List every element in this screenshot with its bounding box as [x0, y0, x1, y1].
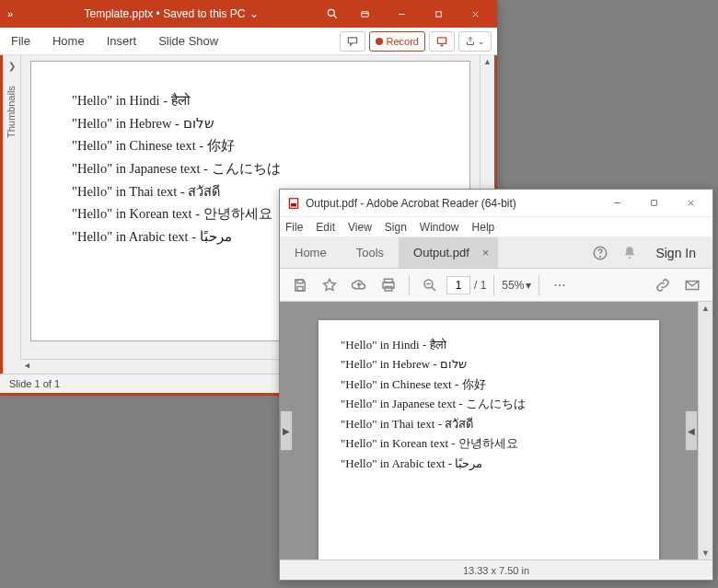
pdf-line: "Hello" in Thai text - สวัสดี — [341, 414, 637, 433]
pdf-line: "Hello" in Hindi - हैलो — [341, 335, 637, 354]
slide-line: "Hello" in Hindi - हैलो — [72, 89, 429, 112]
tab-home-pdf[interactable]: Home — [280, 237, 342, 268]
pdf-line: "Hello" in Chinese text - 你好 — [341, 375, 637, 394]
ppt-ribbon: File Home Insert Slide Show Record ⌄ — [0, 28, 497, 55]
svg-rect-28 — [297, 280, 303, 283]
link-share-icon[interactable] — [650, 272, 676, 298]
tab-file[interactable]: File — [0, 28, 41, 54]
comments-button[interactable] — [340, 31, 365, 52]
maximize-icon[interactable] — [420, 1, 457, 27]
slide-indicator: Slide 1 of 1 — [9, 378, 60, 389]
tab-home[interactable]: Home — [41, 28, 96, 54]
pdf-line: "Hello" in Japanese text - こんにちは — [341, 394, 637, 413]
page-total: / 1 — [474, 279, 486, 292]
svg-point-37 — [559, 283, 561, 285]
svg-point-27 — [600, 256, 601, 257]
more-icon[interactable] — [547, 272, 573, 298]
svg-rect-21 — [291, 203, 296, 207]
cloud-upload-icon[interactable] — [346, 272, 372, 298]
bell-icon[interactable] — [619, 242, 641, 264]
window-title: Template.pptx • Saved to this PC ⌄ — [85, 7, 259, 20]
tab-tools[interactable]: Tools — [342, 237, 399, 268]
pdf-line: "Hello" in Korean text - 안녕하세요 — [341, 433, 637, 453]
email-icon[interactable] — [679, 272, 705, 298]
record-button[interactable]: Record — [369, 31, 425, 52]
tab-insert[interactable]: Insert — [96, 28, 148, 54]
pdf-tabs: Home Tools Output.pdf × Sign In — [280, 237, 712, 269]
svg-rect-23 — [651, 201, 656, 206]
present-button[interactable] — [429, 31, 455, 52]
star-icon[interactable] — [317, 272, 342, 298]
menu-sign[interactable]: Sign — [385, 221, 407, 234]
pdf-menubar: File Edit View Sign Window Help — [280, 217, 712, 237]
help-icon[interactable] — [589, 242, 611, 264]
signin-button[interactable]: Sign In — [648, 246, 703, 260]
adobe-reader-window: Output.pdf - Adobe Acrobat Reader (64-bi… — [279, 189, 713, 581]
zoom-chevron-icon: ▾ — [526, 279, 531, 292]
ribbon-mode-icon[interactable] — [346, 1, 383, 27]
slide-line: "Hello" in Chinese text - 你好 — [72, 134, 429, 157]
zoom-out-icon[interactable] — [417, 272, 443, 298]
search-icon[interactable] — [318, 1, 346, 27]
pdf-title-text: Output.pdf - Adobe Acrobat Reader (64-bi… — [306, 197, 516, 210]
close-icon[interactable] — [457, 1, 493, 27]
menu-window[interactable]: Window — [420, 221, 459, 234]
pdf-file-icon — [287, 197, 300, 210]
save-icon[interactable] — [287, 272, 313, 298]
pdf-line: "Hello" in Hebrew - שלום — [341, 354, 637, 374]
page-dimensions: 13.33 x 7.50 in — [463, 565, 529, 576]
svg-line-1 — [333, 15, 336, 17]
record-label: Record — [387, 36, 419, 47]
pdf-page[interactable]: "Hello" in Hindi - हैलो "Hello" in Hebre… — [318, 320, 659, 559]
pdf-minimize-icon[interactable] — [598, 190, 635, 216]
close-tab-icon[interactable]: × — [482, 246, 490, 259]
pdf-line: "Hello" in Arabic text - مرحبًا — [341, 454, 637, 473]
menu-file[interactable]: File — [285, 221, 303, 234]
ppt-titlebar: » Template.pptx • Saved to this PC ⌄ — [0, 0, 497, 28]
title-text: Template.pptx • Saved to this PC — [85, 7, 246, 20]
pdf-toolbar: / 1 55% ▾ — [280, 269, 712, 302]
slide-line: "Hello" in Japanese text - こんにちは — [72, 157, 429, 180]
quick-access-chevron-icon[interactable]: » — [7, 8, 13, 19]
pdf-close-icon[interactable] — [672, 190, 709, 216]
menu-view[interactable]: View — [348, 221, 372, 234]
pdf-statusbar: 13.33 x 7.50 in — [280, 559, 712, 580]
record-dot-icon — [376, 38, 383, 45]
page-number-input[interactable] — [446, 276, 470, 294]
slide-line: "Hello" in Hebrew - שלום — [72, 112, 429, 135]
svg-point-0 — [328, 9, 334, 16]
zoom-value: 55% — [502, 279, 524, 292]
svg-rect-8 — [437, 37, 446, 42]
svg-rect-5 — [435, 11, 441, 17]
print-icon[interactable] — [376, 272, 401, 298]
svg-rect-2 — [361, 11, 367, 17]
menu-help[interactable]: Help — [472, 221, 495, 234]
pdf-maximize-icon[interactable] — [635, 190, 672, 216]
right-panel-handle[interactable]: ◀ — [685, 410, 698, 451]
svg-point-38 — [563, 283, 565, 285]
zoom-selector[interactable]: 55% ▾ — [502, 279, 531, 292]
menu-edit[interactable]: Edit — [316, 221, 335, 234]
thumbnails-panel: ❯ Thumbnails — [3, 55, 21, 359]
left-panel-handle[interactable]: ▶ — [280, 410, 293, 451]
pdf-vertical-scrollbar[interactable] — [698, 302, 712, 559]
svg-point-36 — [555, 283, 557, 285]
share-button[interactable]: ⌄ — [458, 31, 492, 52]
minimize-icon[interactable] — [383, 1, 420, 27]
svg-line-35 — [432, 286, 435, 290]
pdf-document-area: ▶ "Hello" in Hindi - हैलो "Hello" in Heb… — [280, 302, 712, 559]
tab-document[interactable]: Output.pdf × — [399, 237, 498, 268]
doc-tab-label: Output.pdf — [413, 246, 469, 259]
tab-slideshow[interactable]: Slide Show — [147, 28, 229, 54]
svg-rect-29 — [297, 286, 303, 291]
thumbnails-label: Thumbnails — [6, 86, 17, 138]
title-chevron-icon[interactable]: ⌄ — [249, 7, 259, 20]
expand-thumbnails-icon[interactable]: ❯ — [8, 61, 16, 71]
pdf-titlebar: Output.pdf - Adobe Acrobat Reader (64-bi… — [280, 190, 712, 217]
